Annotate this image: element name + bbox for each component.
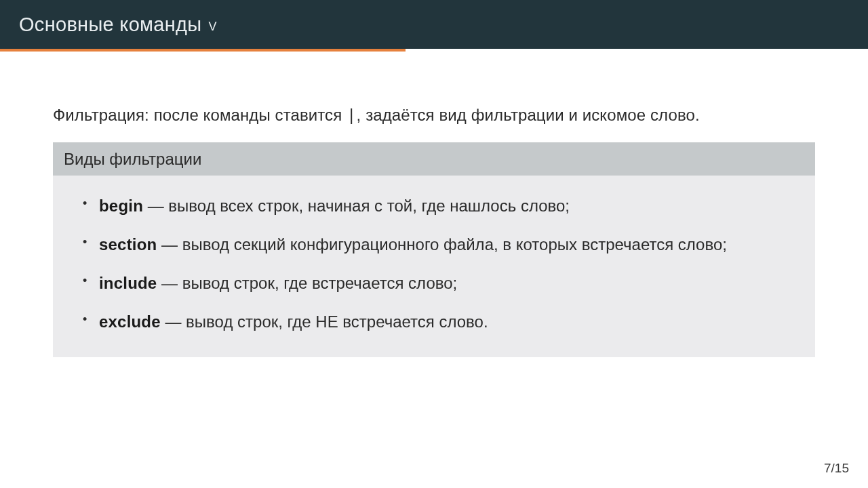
page-number: 7/15 [824,461,849,476]
filter-desc: — вывод строк, где НЕ встречается слово. [161,312,488,331]
slide-titlebar: Основные команды v [0,0,868,49]
filter-list: begin — вывод всех строк, начиная с той,… [81,195,802,333]
intro-text: Фильтрация: после команды ставится |, за… [53,102,815,129]
slide-title: Основные команды [19,14,201,36]
slide-section-counter: v [208,14,216,35]
filter-term: begin [99,197,143,215]
intro-prefix: Фильтрация: после команды ставится [53,106,347,124]
slide-content: Фильтрация: после команды ставится |, за… [0,52,868,357]
list-item: include — вывод строк, где встречается с… [81,272,802,296]
filter-term: exclude [99,312,161,331]
filter-desc: — вывод строк, где встречается слово; [157,274,457,292]
list-item: begin — вывод всех строк, начиная с той,… [81,195,802,218]
filter-desc: — вывод всех строк, начиная с той, где н… [143,197,570,215]
block-body: begin — вывод всех строк, начиная с той,… [53,176,815,357]
filter-term: include [99,274,157,292]
list-item: section — вывод секций конфигурационного… [81,233,802,257]
intro-suffix: , задаётся вид фильтрации и искомое слов… [357,106,700,124]
filter-term: section [99,235,157,253]
filter-desc: — вывод секций конфигурационного файла, … [157,235,727,253]
block-title: Виды фильтрации [53,142,815,176]
pipe-char: | [347,107,357,125]
list-item: exclude — вывод строк, где НЕ встречаетс… [81,310,802,334]
